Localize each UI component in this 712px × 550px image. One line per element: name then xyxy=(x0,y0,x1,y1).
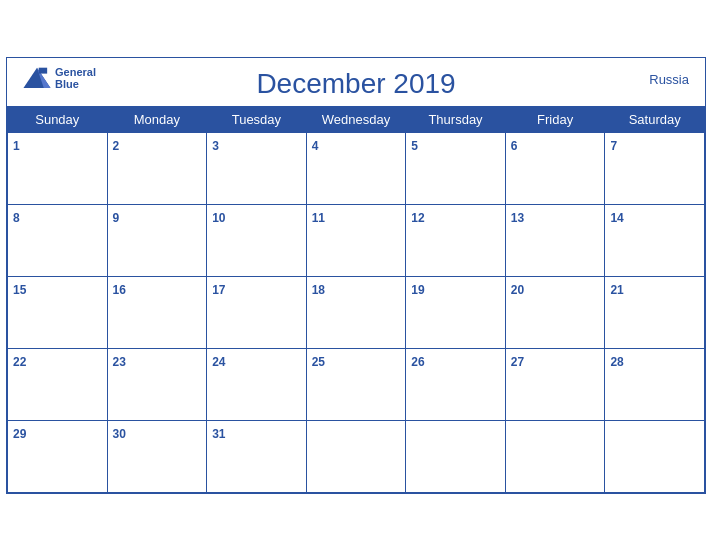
calendar-cell: 20 xyxy=(505,276,605,348)
day-number: 3 xyxy=(212,139,219,153)
calendar-cell: 29 xyxy=(8,420,108,492)
calendar-cell: 11 xyxy=(306,204,406,276)
header-sunday: Sunday xyxy=(8,106,108,132)
day-number: 22 xyxy=(13,355,26,369)
day-number: 19 xyxy=(411,283,424,297)
day-number: 21 xyxy=(610,283,623,297)
day-number: 30 xyxy=(113,427,126,441)
logo-area: General Blue xyxy=(23,66,96,90)
day-number: 27 xyxy=(511,355,524,369)
header-tuesday: Tuesday xyxy=(207,106,307,132)
week-row-2: 891011121314 xyxy=(8,204,705,276)
day-number: 7 xyxy=(610,139,617,153)
country-label: Russia xyxy=(649,72,689,87)
day-number: 24 xyxy=(212,355,225,369)
calendar-cell: 22 xyxy=(8,348,108,420)
calendar-cell xyxy=(306,420,406,492)
general-blue-logo-icon xyxy=(23,66,51,88)
calendar-cell: 15 xyxy=(8,276,108,348)
calendar-cell: 17 xyxy=(207,276,307,348)
header-monday: Monday xyxy=(107,106,207,132)
calendar-cell: 18 xyxy=(306,276,406,348)
calendar-cell xyxy=(505,420,605,492)
calendar-cell: 19 xyxy=(406,276,506,348)
calendar-cell: 6 xyxy=(505,132,605,204)
day-number: 17 xyxy=(212,283,225,297)
calendar-cell: 30 xyxy=(107,420,207,492)
svg-rect-2 xyxy=(39,68,47,74)
day-number: 28 xyxy=(610,355,623,369)
week-row-1: 1234567 xyxy=(8,132,705,204)
day-number: 31 xyxy=(212,427,225,441)
day-number: 9 xyxy=(113,211,120,225)
calendar-cell: 7 xyxy=(605,132,705,204)
week-row-5: 293031 xyxy=(8,420,705,492)
calendar-cell: 27 xyxy=(505,348,605,420)
logo-name: General Blue xyxy=(55,66,96,90)
calendar-cell: 24 xyxy=(207,348,307,420)
calendar-cell: 12 xyxy=(406,204,506,276)
calendar-cell: 13 xyxy=(505,204,605,276)
calendar-cell: 2 xyxy=(107,132,207,204)
calendar-cell: 8 xyxy=(8,204,108,276)
day-number: 16 xyxy=(113,283,126,297)
calendar-cell: 10 xyxy=(207,204,307,276)
day-number: 2 xyxy=(113,139,120,153)
calendar-cell: 14 xyxy=(605,204,705,276)
day-number: 1 xyxy=(13,139,20,153)
calendar-cell: 1 xyxy=(8,132,108,204)
header-thursday: Thursday xyxy=(406,106,506,132)
day-number: 23 xyxy=(113,355,126,369)
header-saturday: Saturday xyxy=(605,106,705,132)
calendar-cell: 3 xyxy=(207,132,307,204)
calendar-cell: 31 xyxy=(207,420,307,492)
week-row-3: 15161718192021 xyxy=(8,276,705,348)
calendar-cell: 28 xyxy=(605,348,705,420)
day-number: 14 xyxy=(610,211,623,225)
calendar-cell: 21 xyxy=(605,276,705,348)
day-number: 4 xyxy=(312,139,319,153)
days-header-row: Sunday Monday Tuesday Wednesday Thursday… xyxy=(8,106,705,132)
calendar-cell xyxy=(406,420,506,492)
calendar-cell: 16 xyxy=(107,276,207,348)
calendar-cell: 5 xyxy=(406,132,506,204)
day-number: 10 xyxy=(212,211,225,225)
calendar-cell xyxy=(605,420,705,492)
logo-line1: General xyxy=(55,66,96,78)
calendar-cell: 4 xyxy=(306,132,406,204)
day-number: 26 xyxy=(411,355,424,369)
day-number: 20 xyxy=(511,283,524,297)
day-number: 11 xyxy=(312,211,325,225)
header-wednesday: Wednesday xyxy=(306,106,406,132)
day-number: 18 xyxy=(312,283,325,297)
day-number: 13 xyxy=(511,211,524,225)
header-friday: Friday xyxy=(505,106,605,132)
logo-line2: Blue xyxy=(55,78,96,90)
day-number: 15 xyxy=(13,283,26,297)
calendar-container: General Blue December 2019 Russia Sunday… xyxy=(6,57,706,494)
day-number: 25 xyxy=(312,355,325,369)
day-number: 5 xyxy=(411,139,418,153)
calendar-cell: 23 xyxy=(107,348,207,420)
day-number: 29 xyxy=(13,427,26,441)
calendar-cell: 25 xyxy=(306,348,406,420)
day-number: 12 xyxy=(411,211,424,225)
calendar-header: General Blue December 2019 Russia xyxy=(7,58,705,106)
calendar-cell: 9 xyxy=(107,204,207,276)
calendar-cell: 26 xyxy=(406,348,506,420)
month-title: December 2019 xyxy=(256,68,455,100)
day-number: 6 xyxy=(511,139,518,153)
week-row-4: 22232425262728 xyxy=(8,348,705,420)
calendar-table: Sunday Monday Tuesday Wednesday Thursday… xyxy=(7,106,705,493)
day-number: 8 xyxy=(13,211,20,225)
